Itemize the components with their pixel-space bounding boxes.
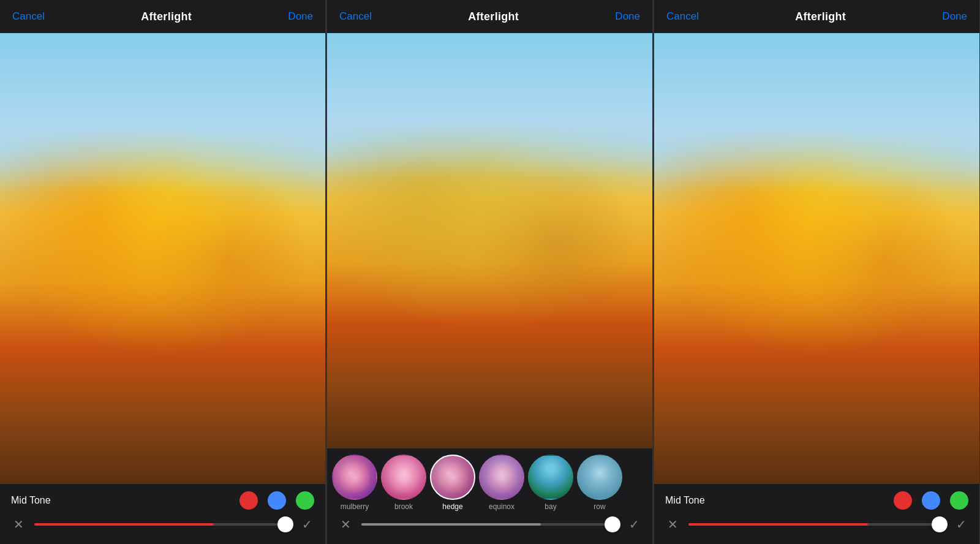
tree-photo-3 — [654, 33, 979, 484]
filter-thumb-bay — [528, 455, 573, 500]
slider-track-1[interactable] — [34, 523, 291, 526]
slider-x-icon-1[interactable]: ✕ — [10, 517, 27, 532]
filter-thumb-hedge — [430, 455, 475, 500]
panel-3: Cancel Afterlight Done Mid Tone ✕ ✓ — [654, 0, 980, 544]
slider-x-icon-2[interactable]: ✕ — [337, 517, 354, 532]
red-color-button-1[interactable] — [239, 491, 258, 510]
bottom-controls-1: Mid Tone ✕ ✓ — [0, 484, 325, 544]
panel-2: Cancel Afterlight Done mulberry brook he… — [327, 0, 653, 544]
filter-item-brook[interactable]: brook — [381, 455, 426, 511]
slider-thumb-2[interactable] — [605, 516, 620, 532]
filter-item-equinox[interactable]: equinox — [479, 455, 524, 511]
filter-item-hedge[interactable]: hedge — [430, 455, 475, 511]
filter-item-mulberry[interactable]: mulberry — [332, 455, 377, 511]
blue-color-button-3[interactable] — [922, 491, 940, 510]
done-button-3[interactable]: Done — [942, 10, 967, 23]
filter-label-mulberry: mulberry — [341, 502, 369, 511]
slider-check-icon-1[interactable]: ✓ — [298, 517, 315, 532]
mid-tone-row-1: Mid Tone — [0, 484, 325, 515]
slider-track-3[interactable] — [688, 523, 945, 526]
filter-thumb-brook — [381, 455, 426, 500]
filter-thumb-mulberry — [332, 455, 377, 500]
cancel-button-1[interactable]: Cancel — [12, 10, 45, 23]
filter-label-bay: bay — [545, 502, 556, 511]
slider-check-icon-3[interactable]: ✓ — [952, 517, 970, 532]
image-area-1 — [0, 33, 325, 484]
top-bar-1: Cancel Afterlight Done — [0, 0, 325, 33]
green-color-button-1[interactable] — [296, 491, 314, 510]
top-bar-3: Cancel Afterlight Done — [654, 0, 979, 33]
mid-tone-row-3: Mid Tone — [654, 484, 979, 515]
filter-item-row[interactable]: row — [577, 455, 622, 511]
slider-row-1: ✕ ✓ — [0, 515, 325, 539]
panel-1: Cancel Afterlight Done Mid Tone ✕ ✓ — [0, 0, 326, 544]
image-area-3 — [654, 33, 979, 484]
done-button-1[interactable]: Done — [288, 10, 313, 23]
filter-label-hedge: hedge — [442, 502, 462, 511]
filter-label-row: row — [594, 502, 605, 511]
slider-fill-1 — [34, 523, 214, 526]
mid-tone-label-1: Mid Tone — [11, 495, 51, 506]
slider-row-3: ✕ ✓ — [654, 515, 979, 539]
slider-fill-2 — [361, 523, 541, 526]
blue-color-button-1[interactable] — [268, 491, 286, 510]
image-area-2 — [327, 33, 652, 448]
slider-fill-3 — [688, 523, 868, 526]
filter-thumb-row — [577, 455, 622, 500]
slider-check-icon-2[interactable]: ✓ — [625, 517, 643, 532]
filter-thumb-equinox — [479, 455, 524, 500]
cancel-button-2[interactable]: Cancel — [339, 10, 372, 23]
red-color-button-3[interactable] — [894, 491, 912, 510]
green-color-button-3[interactable] — [950, 491, 968, 510]
slider-x-icon-3[interactable]: ✕ — [664, 517, 681, 532]
filter-item-bay[interactable]: bay — [528, 455, 573, 511]
bottom-controls-3: Mid Tone ✕ ✓ — [654, 484, 979, 544]
app-title-1: Afterlight — [141, 10, 192, 23]
mid-tone-label-3: Mid Tone — [665, 495, 705, 506]
tree-photo-2 — [327, 33, 652, 448]
slider-thumb-1[interactable] — [277, 516, 293, 532]
slider-row-2: ✕ ✓ — [327, 513, 652, 539]
slider-track-2[interactable] — [361, 523, 618, 526]
cancel-button-3[interactable]: Cancel — [666, 10, 699, 23]
app-title-3: Afterlight — [795, 10, 846, 23]
slider-thumb-3[interactable] — [932, 516, 948, 532]
tree-photo-1 — [0, 33, 325, 484]
done-button-2[interactable]: Done — [615, 10, 640, 23]
filter-label-brook: brook — [394, 502, 413, 511]
filter-strip: mulberry brook hedge equinox bay row — [327, 448, 652, 513]
filter-label-equinox: equinox — [489, 502, 514, 511]
bottom-controls-2: mulberry brook hedge equinox bay row — [327, 448, 652, 544]
top-bar-2: Cancel Afterlight Done — [327, 0, 652, 33]
app-title-2: Afterlight — [468, 10, 519, 23]
